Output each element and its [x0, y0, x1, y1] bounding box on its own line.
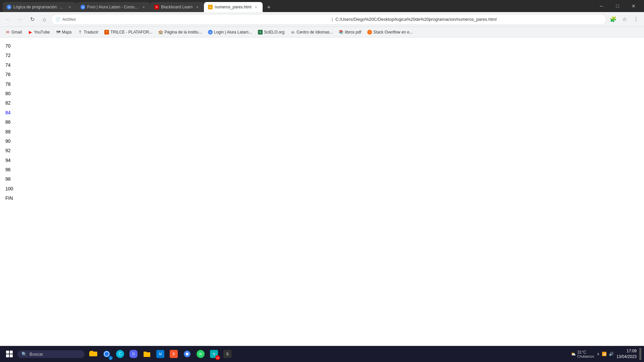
bookmark-trilce[interactable]: T TRILCE - PLATAFOR...	[102, 28, 155, 36]
tab3-favicon: B	[154, 5, 159, 9]
number-line-100: 100	[5, 185, 639, 192]
number-line-92: 92	[5, 147, 639, 154]
tab4-close[interactable]: ✕	[253, 4, 259, 10]
weather-icon: ⛅	[571, 352, 576, 356]
taskbar-app9[interactable]: W	[195, 348, 207, 360]
tab2-title: Foro | Alura Latam - Cursos onli...	[87, 5, 139, 9]
bookmark-translate[interactable]: T Traducir	[75, 28, 101, 36]
bookmark-maps-label: Maps	[62, 30, 72, 35]
tab-blackboard[interactable]: B Blackboard Learn ✕	[150, 2, 204, 12]
bookmark-libros-label: libros pdf	[345, 30, 361, 35]
number-line-78: 78	[5, 80, 639, 88]
search-icon: 🔍	[21, 352, 27, 357]
maximize-button[interactable]: □	[610, 0, 625, 12]
bookmark-idiomas-label: Centro de Idiomas...	[297, 30, 333, 35]
page-content: 707274767880828486889092949698100FIN	[0, 38, 644, 346]
favorites-button[interactable]: ☆	[619, 14, 630, 25]
address-prefix: Archivo	[62, 17, 329, 22]
taskbar-file-manager[interactable]	[141, 348, 153, 360]
bookmark-scielo[interactable]: S SciELO.org	[255, 28, 287, 36]
tab2-close[interactable]: ✕	[141, 4, 146, 10]
svg-rect-7	[144, 352, 147, 353]
number-line-70: 70	[5, 42, 639, 50]
close-button[interactable]: ✕	[626, 0, 641, 12]
bookmark-idiomas[interactable]: in Centro de Idiomas...	[288, 28, 335, 36]
number-line-86: 86	[5, 118, 639, 126]
file-icon: 📄	[55, 17, 60, 22]
bookmark-translate-label: Traducir	[84, 30, 99, 35]
tab3-close[interactable]: ✕	[195, 4, 200, 10]
tab-logica[interactable]: a Lógica de programación: Conce... ✕	[3, 2, 76, 12]
bookmark-pagina[interactable]: 🏫 Página de la institu...	[156, 28, 204, 36]
minimize-button[interactable]: ─	[594, 0, 609, 12]
tab-foro[interactable]: a Foro | Alura Latam - Cursos onli... ✕	[76, 2, 150, 12]
tabs-area: a Lógica de programación: Conce... ✕ a F…	[3, 0, 592, 12]
bookmark-youtube[interactable]: ▶ YouTube	[25, 28, 52, 36]
tab4-title: numeros_pares.html	[215, 5, 251, 9]
address-bar[interactable]: 📄 Archivo | C:/Users/Diego%20C/Desktop/l…	[51, 14, 606, 25]
number-line-80: 80	[5, 90, 639, 97]
bookmark-maps[interactable]: 🗺 Maps	[53, 28, 74, 36]
bookmarks-bar: ✉ Gmail ▶ YouTube 🗺 Maps T Traducir T TR…	[0, 27, 644, 38]
bookmark-pagina-label: Página de la institu...	[164, 30, 202, 35]
nav-bar: ← → ↻ ⌂ 📄 Archivo | C:/Users/Diego%20C/D…	[0, 12, 644, 27]
search-label: Buscar	[30, 352, 43, 357]
taskbar-search[interactable]: 🔍 Buscar	[17, 350, 85, 358]
notification-badge: 28	[215, 355, 220, 360]
weather-temp: 31°C	[577, 350, 594, 355]
browser-frame: a Lógica de programación: Conce... ✕ a F…	[0, 0, 644, 362]
start-button[interactable]	[3, 347, 16, 361]
reload-button[interactable]: ↻	[27, 14, 38, 25]
extensions-button[interactable]: 🧩	[608, 14, 619, 25]
number-line-84: 84	[5, 109, 639, 116]
network-icon[interactable]: 📶	[602, 352, 607, 356]
tab1-title: Lógica de programación: Conce...	[13, 5, 65, 9]
number-line-98: 98	[5, 175, 639, 183]
taskbar-app10[interactable]: N 28	[208, 348, 220, 360]
taskbar-clock[interactable]: 17:09 13/04/2023	[616, 348, 637, 360]
badge: 1	[109, 356, 113, 360]
weather-desc: Chubascos	[577, 355, 594, 358]
pagina-icon: 🏫	[158, 30, 163, 35]
number-line-96: 96	[5, 166, 639, 173]
speaker-icon[interactable]: 🔊	[609, 352, 614, 356]
libros-icon: 📚	[339, 30, 343, 35]
bookmark-login[interactable]: a Login | Alura Latam...	[205, 28, 255, 36]
bookmark-gmail-label: Gmail	[11, 30, 22, 35]
nav-actions: 🧩 ☆ ⋮	[608, 14, 641, 25]
taskbar-app3[interactable]: C	[114, 348, 126, 360]
taskbar-chrome[interactable]	[181, 348, 193, 360]
forward-button[interactable]: →	[15, 14, 25, 25]
login-icon: a	[208, 30, 213, 35]
bookmark-gmail[interactable]: ✉ Gmail	[3, 28, 24, 36]
idiomas-icon: in	[290, 30, 295, 35]
bookmark-stackoverflow[interactable]: S Stack Overflow en e...	[365, 28, 415, 36]
address-url: C:/Users/Diego%20C/Desktop/logica%20de%2…	[335, 17, 602, 22]
taskbar-store[interactable]: M	[154, 348, 166, 360]
bookmark-youtube-label: YouTube	[34, 30, 50, 35]
maps-icon: 🗺	[56, 30, 61, 35]
number-line-82: 82	[5, 99, 639, 107]
back-button[interactable]: ←	[3, 14, 13, 25]
settings-button[interactable]: ⋮	[631, 14, 641, 25]
home-button[interactable]: ⌂	[39, 14, 50, 25]
number-line-94: 94	[5, 157, 639, 164]
chevron-up-icon[interactable]: ∧	[597, 352, 600, 356]
taskbar-brave[interactable]: B	[168, 348, 180, 360]
taskbar-discord[interactable]: D	[127, 348, 140, 360]
clock-time: 17:09	[616, 348, 637, 354]
number-line-88: 88	[5, 128, 639, 135]
show-desktop-button[interactable]	[639, 348, 641, 360]
new-tab-button[interactable]: +	[264, 3, 273, 12]
svg-rect-6	[144, 352, 150, 357]
bookmark-trilce-label: TRILCE - PLATAFOR...	[110, 30, 152, 35]
taskbar-app11[interactable]: S	[221, 348, 233, 360]
tab1-close[interactable]: ✕	[67, 4, 72, 10]
bookmark-libros[interactable]: 📚 libros pdf	[336, 28, 364, 36]
scielo-icon: S	[258, 30, 263, 35]
taskbar-explorer[interactable]	[87, 348, 99, 360]
taskbar-right: ⛅ 31°C Chubascos ∧ 📶 🔊 17:09 13/04/2023	[571, 348, 641, 360]
tab3-title: Blackboard Learn	[161, 5, 193, 9]
taskbar-browser[interactable]: 1	[101, 348, 113, 360]
tab-numeros[interactable]: H numeros_pares.html ✕	[204, 2, 263, 12]
